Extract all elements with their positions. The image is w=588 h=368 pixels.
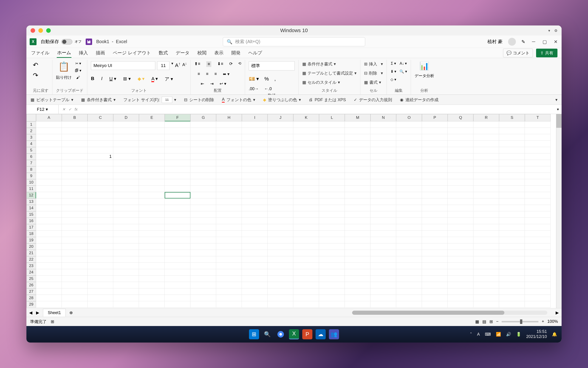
cell-T11[interactable] (525, 186, 550, 192)
cell-P28[interactable] (422, 295, 448, 301)
cell-G4[interactable] (190, 141, 216, 147)
cell-O26[interactable] (396, 282, 422, 288)
cell-B14[interactable] (62, 205, 87, 211)
notification-icon[interactable]: 🔔 (552, 332, 557, 337)
cell-H6[interactable] (216, 154, 242, 160)
cell-P13[interactable] (422, 198, 448, 205)
comments-button[interactable]: 💬 コメント (503, 49, 533, 57)
cell-K3[interactable] (293, 134, 319, 141)
cell-G10[interactable] (190, 179, 216, 186)
cell-K20[interactable] (293, 243, 319, 250)
zoom-out-button[interactable]: − (496, 319, 499, 324)
cell-E10[interactable] (139, 179, 165, 186)
cell-L18[interactable] (319, 230, 345, 237)
cell-I22[interactable] (242, 256, 268, 263)
cell-M21[interactable] (345, 250, 370, 256)
cell-I29[interactable] (242, 301, 268, 308)
cell-K23[interactable] (293, 263, 319, 269)
cell-C3[interactable] (87, 134, 113, 141)
cell-D13[interactable] (113, 198, 139, 205)
qa-font-size[interactable]: フォント サイズ(F): ▾ (123, 97, 176, 103)
cell-I13[interactable] (242, 198, 268, 205)
cell-N21[interactable] (370, 250, 396, 256)
cell-C28[interactable] (87, 295, 113, 301)
cell-M5[interactable] (345, 147, 370, 154)
cell-E1[interactable] (139, 121, 165, 128)
cell-T18[interactable] (525, 230, 550, 237)
cell-B16[interactable] (62, 218, 87, 224)
cell-G19[interactable] (190, 237, 216, 243)
cell-P25[interactable] (422, 276, 448, 282)
name-box[interactable]: F12 ▾ (26, 105, 58, 114)
insert-cells-button[interactable]: ⊞ 挿入 ▾ (364, 61, 383, 67)
row-header-7[interactable]: 7 (26, 160, 36, 166)
cell-K25[interactable] (293, 276, 319, 282)
cell-E25[interactable] (139, 276, 165, 282)
cell-J8[interactable] (268, 166, 293, 173)
cell-B2[interactable] (62, 128, 87, 134)
cell-N17[interactable] (370, 224, 396, 230)
qa-font-color-button[interactable]: A フォントの色 ▾ (222, 97, 255, 102)
cell-K26[interactable] (293, 282, 319, 288)
conditional-formatting-button[interactable]: ▦ 条件付き書式 ▾ (302, 61, 336, 67)
cell-M13[interactable] (345, 198, 370, 205)
cell-K12[interactable] (293, 192, 319, 198)
cell-I20[interactable] (242, 243, 268, 250)
cell-S18[interactable] (499, 230, 525, 237)
cell-S29[interactable] (499, 301, 525, 308)
cell-E9[interactable] (139, 173, 165, 179)
cell-K11[interactable] (293, 186, 319, 192)
cell-B21[interactable] (62, 250, 87, 256)
clear-button[interactable]: ◇ ▾ (390, 77, 396, 82)
align-center-button[interactable]: ≡ (206, 72, 209, 77)
cell-G21[interactable] (190, 250, 216, 256)
cell-K13[interactable] (293, 198, 319, 205)
cell-C2[interactable] (87, 128, 113, 134)
cell-D29[interactable] (113, 301, 139, 308)
cell-F28[interactable] (165, 295, 190, 301)
cell-G29[interactable] (190, 301, 216, 308)
cell-D20[interactable] (113, 243, 139, 250)
tray-chevron-icon[interactable]: ˄ (470, 332, 472, 337)
cell-D27[interactable] (113, 288, 139, 295)
decrease-font-button[interactable]: A↓ (182, 61, 187, 70)
cell-A5[interactable] (36, 147, 62, 154)
font-name-select[interactable] (91, 61, 155, 70)
cell-F1[interactable] (165, 121, 190, 128)
cell-B25[interactable] (62, 276, 87, 282)
cell-A27[interactable] (36, 288, 62, 295)
cell-B3[interactable] (62, 134, 87, 141)
cell-G18[interactable] (190, 230, 216, 237)
cell-R5[interactable] (473, 147, 499, 154)
cell-K4[interactable] (293, 141, 319, 147)
cell-H12[interactable] (216, 192, 242, 198)
col-header-M[interactable]: M (345, 114, 370, 121)
cell-G9[interactable] (190, 173, 216, 179)
cell-L13[interactable] (319, 198, 345, 205)
zoom-level[interactable]: 100% (547, 319, 558, 324)
cell-G27[interactable] (190, 288, 216, 295)
row-header-8[interactable]: 8 (26, 166, 36, 173)
cell-M6[interactable] (345, 154, 370, 160)
dropdown-icon[interactable]: ▾ (171, 61, 173, 70)
cell-K5[interactable] (293, 147, 319, 154)
cell-R21[interactable] (473, 250, 499, 256)
qa-fill-color-button[interactable]: ◆ 塗りつぶしの色 ▾ (263, 97, 301, 102)
cell-S12[interactable] (499, 192, 525, 198)
redo-button[interactable]: ↷ (33, 72, 38, 79)
col-header-Q[interactable]: Q (448, 114, 473, 121)
cell-L23[interactable] (319, 263, 345, 269)
powerpoint-icon[interactable]: P (302, 329, 312, 339)
cell-R29[interactable] (473, 301, 499, 308)
cell-O29[interactable] (396, 301, 422, 308)
cell-H9[interactable] (216, 173, 242, 179)
cell-P7[interactable] (422, 160, 448, 166)
cell-J2[interactable] (268, 128, 293, 134)
tab-formulas[interactable]: 数式 (158, 48, 168, 57)
cell-C18[interactable] (87, 230, 113, 237)
cell-D17[interactable] (113, 224, 139, 230)
merge-button[interactable]: ⬌ ▾ (223, 72, 230, 77)
col-header-P[interactable]: P (422, 114, 448, 121)
cell-S8[interactable] (499, 166, 525, 173)
cell-A17[interactable] (36, 224, 62, 230)
